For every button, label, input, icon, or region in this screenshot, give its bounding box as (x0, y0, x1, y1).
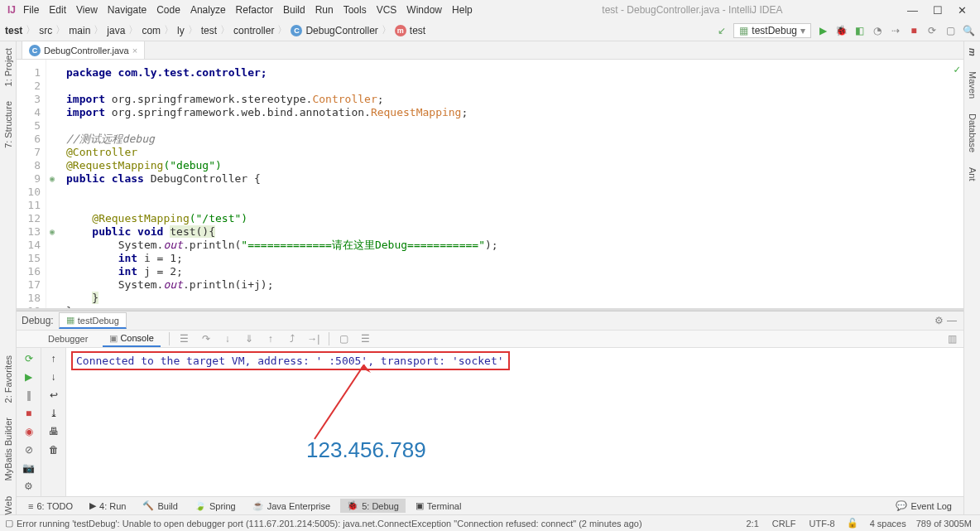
tool-maven[interactable]: m (968, 48, 978, 56)
dump-icon[interactable]: 📷 (22, 462, 36, 474)
breadcrumb[interactable]: test〉 src〉 main〉 java〉 com〉 ly〉 test〉 co… (5, 23, 715, 37)
caret-position[interactable]: 2:1 (746, 519, 758, 529)
mute-bp-icon[interactable]: ⊘ (22, 444, 36, 456)
up-icon[interactable]: ↑ (51, 353, 56, 364)
tool-jee[interactable]: ☕ Java Enterprise (246, 499, 337, 513)
tool-build[interactable]: 🔨 Build (136, 499, 184, 513)
tool-ant[interactable]: Ant (968, 167, 978, 181)
build-icon[interactable]: ↙ (715, 24, 728, 37)
minimize-button[interactable]: — (907, 4, 918, 17)
left-tool-stripe: 1: Project 7: Structure 2: Favorites MyB… (0, 41, 17, 514)
code[interactable]: package com.ly.test.controller; import o… (58, 60, 963, 308)
menu-window[interactable]: Window (401, 2, 447, 17)
tool-favorites[interactable]: 2: Favorites (3, 355, 13, 403)
console-tab[interactable]: ▣ Console (103, 331, 160, 347)
tool-spring[interactable]: 🍃 Spring (188, 499, 243, 513)
indent[interactable]: 4 spaces (870, 519, 906, 529)
settings-icon[interactable]: ⚙ (932, 314, 945, 327)
menu-help[interactable]: Help (447, 2, 478, 17)
soft-wrap-icon[interactable]: ↩ (50, 389, 58, 401)
encoding[interactable]: UTF-8 (809, 519, 835, 529)
tool-debug[interactable]: 🐞 5: Debug (340, 499, 406, 513)
menu-build[interactable]: Build (278, 2, 310, 17)
view-bp-icon[interactable]: ◉ (22, 426, 36, 437)
update-button[interactable]: ⟳ (925, 24, 939, 37)
resume-icon[interactable]: ▶ (22, 371, 36, 383)
tool-eventlog[interactable]: 💬 Event Log (889, 499, 958, 513)
step-into-icon[interactable]: ↓ (221, 333, 234, 345)
debug-sub-tabs: Debugger ▣ Console ☰ ↷ ↓ ⇓ ↑ ⤴ →| ▢ ☰ ▥ (17, 330, 963, 348)
memory[interactable]: 789 of 3005M (916, 519, 972, 529)
print-icon[interactable]: 🖶 (49, 426, 59, 437)
menu-tools[interactable]: Tools (339, 2, 372, 17)
attach-button[interactable]: ⇢ (889, 24, 902, 37)
step-out-icon[interactable]: ↑ (264, 333, 277, 345)
drop-frame-icon[interactable]: ⤴ (286, 333, 299, 345)
menu-file[interactable]: File (18, 2, 44, 17)
stop-button[interactable]: ■ (907, 24, 920, 37)
force-step-into-icon[interactable]: ⇓ (243, 333, 256, 345)
chevron-down-icon: ▾ (800, 25, 805, 36)
tool-mybatis[interactable]: MyBatis Builder (3, 418, 13, 480)
profile-button[interactable]: ◔ (871, 24, 884, 37)
step-over-icon[interactable]: ↷ (199, 333, 213, 345)
gutter[interactable]: ◉ ◉ (46, 60, 58, 308)
tool-database[interactable]: Database (968, 113, 978, 152)
editor-tab-debugcontroller[interactable]: C DebugController.java × (22, 41, 145, 59)
menu-refactor[interactable]: Refactor (231, 2, 278, 17)
clear-icon[interactable]: 🗑 (49, 444, 59, 456)
editor[interactable]: ✓ 12345678910111213141516171819 ◉ ◉ pack… (17, 60, 963, 308)
settings-icon[interactable]: ⚙ (22, 480, 36, 492)
debug-button[interactable]: 🐞 (834, 24, 848, 37)
debug-session-tab[interactable]: ▦ testDebug (59, 312, 127, 329)
menu-code[interactable]: Code (151, 2, 185, 17)
down-icon[interactable]: ↓ (51, 371, 56, 383)
rerun-icon[interactable]: ⟳ (22, 353, 36, 364)
close-tab-icon[interactable]: × (132, 46, 137, 56)
search-everywhere-button[interactable]: 🔍 (962, 24, 975, 37)
menu-vcs[interactable]: VCS (372, 2, 402, 17)
status-bar: ▢ Error running 'testDebug': Unable to o… (0, 514, 980, 531)
tool-terminal[interactable]: ▣ Terminal (409, 499, 468, 513)
debugger-tab[interactable]: Debugger (41, 332, 94, 345)
inspection-ok-icon: ✓ (954, 63, 960, 76)
trace-icon[interactable]: ☰ (359, 333, 372, 345)
coverage-button[interactable]: ◧ (853, 24, 866, 37)
pause-icon[interactable]: ‖ (22, 389, 36, 401)
run-config-selector[interactable]: ▦ testDebug ▾ (733, 23, 811, 38)
tool-structure[interactable]: 7: Structure (3, 101, 13, 148)
debug-toolbar-left: ⟳ ▶ ‖ ■ ◉ ⊘ 📷 ⚙ 📌 (17, 348, 41, 496)
line-numbers: 12345678910111213141516171819 (17, 60, 46, 308)
tool-todo[interactable]: ≡ 6: TODO (22, 500, 79, 513)
class-icon: C (291, 25, 302, 36)
status-box-icon[interactable]: ▢ (5, 518, 13, 529)
layout-icon[interactable]: ▥ (945, 333, 958, 345)
menu-run[interactable]: Run (310, 2, 339, 17)
run-gutter-icon[interactable]: ◉ (46, 225, 58, 239)
tool-run[interactable]: ▶ 4: Run (83, 499, 132, 513)
threads-icon[interactable]: ☰ (178, 333, 191, 345)
menu-view[interactable]: View (71, 2, 103, 17)
arrow-annotation (298, 364, 397, 447)
stop-icon[interactable]: ■ (22, 408, 36, 419)
run-button[interactable]: ▶ (816, 24, 829, 37)
line-sep[interactable]: CRLF (772, 519, 796, 529)
structure-popup-button[interactable]: ▢ (944, 24, 957, 37)
scroll-end-icon[interactable]: ⤓ (50, 408, 58, 419)
hide-icon[interactable]: — (945, 314, 958, 327)
config-icon: ▦ (66, 315, 74, 326)
close-button[interactable]: ✕ (958, 4, 967, 17)
tool-web[interactable]: Web (3, 496, 13, 514)
console-toolbar: ↑ ↓ ↩ ⤓ 🖶 🗑 (41, 348, 66, 496)
evaluate-icon[interactable]: ▢ (338, 333, 351, 345)
menu-navigate[interactable]: Navigate (103, 2, 151, 17)
run-gutter-icon[interactable]: ◉ (46, 172, 58, 186)
run-to-cursor-icon[interactable]: →| (307, 333, 320, 345)
menu-edit[interactable]: Edit (44, 2, 71, 17)
menu-analyze[interactable]: Analyze (185, 2, 231, 17)
readonly-icon[interactable]: 🔓 (847, 518, 858, 529)
tool-project[interactable]: 1: Project (3, 48, 13, 86)
maximize-button[interactable]: ☐ (933, 4, 943, 17)
tool-maven-label[interactable]: Maven (968, 71, 978, 99)
console-output[interactable]: Connected to the target VM, address: ' :… (66, 348, 963, 496)
